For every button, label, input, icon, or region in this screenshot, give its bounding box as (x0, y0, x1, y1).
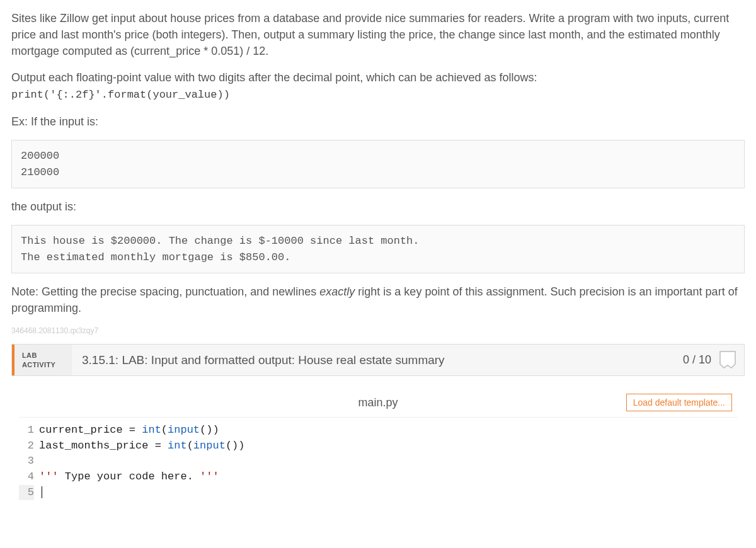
example-output-label: the output is: (11, 198, 745, 215)
example-input-label: Ex: If the input is: (11, 113, 745, 130)
ribbon-icon (719, 350, 736, 370)
lab-score: 0 / 10 (683, 353, 711, 367)
lab-title: 3.15.1: LAB: Input and formatted output:… (72, 353, 683, 367)
example-output-box: This house is $200000. The change is $-1… (11, 225, 745, 273)
example-input-box: 200000 210000 (11, 140, 745, 188)
code-textarea[interactable]: current_price = int(input())last_months_… (39, 423, 737, 500)
editor-filename: main.py (358, 396, 398, 409)
format-hint-code: print('{:.2f}'.format(your_value)) (11, 89, 230, 101)
editor-header: main.py Load default template... (19, 389, 737, 418)
watermark-id: 346468.2081130.qx3zqy7 (11, 326, 745, 335)
lab-label: LAB ACTIVITY (12, 345, 72, 375)
code-editor: main.py Load default template... 1 2 3 4… (11, 389, 745, 500)
note-paragraph: Note: Getting the precise spacing, punct… (11, 283, 745, 316)
load-default-template-button[interactable]: Load default template... (626, 394, 732, 411)
format-hint-lead: Output each floating-point value with tw… (11, 71, 537, 84)
problem-paragraph-2: Output each floating-point value with tw… (11, 69, 745, 103)
line-number-gutter: 1 2 3 4 5 (19, 423, 39, 500)
lab-activity-bar: LAB ACTIVITY 3.15.1: LAB: Input and form… (11, 344, 745, 376)
problem-paragraph-1: Sites like Zillow get input about house … (11, 10, 745, 59)
